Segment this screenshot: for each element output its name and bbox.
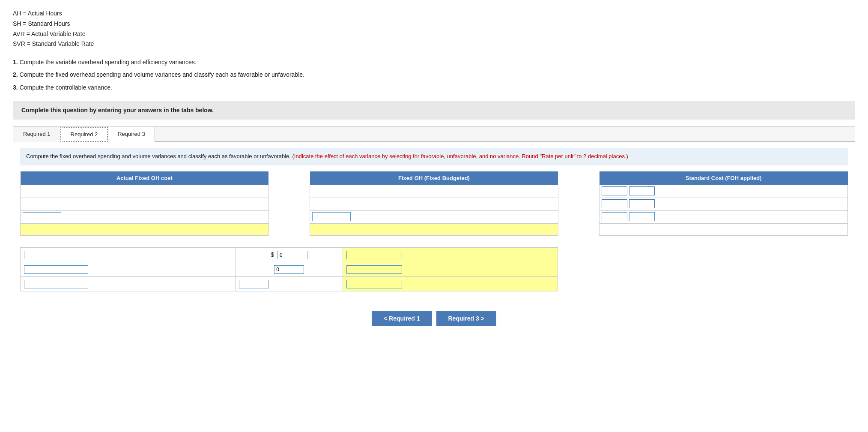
col3-row1 [600,185,848,198]
tab-required-3[interactable]: Required 3 [108,127,155,142]
col3-row3-input1[interactable] [602,212,627,221]
col1-row3-input[interactable] [23,212,61,221]
col3-row2-input2[interactable] [629,199,655,208]
legend-line-2: SH = Standard Hours [13,19,855,29]
spending-variance-select-cell [343,248,558,262]
instructions: 1. Compute the variable overhead spendin… [13,57,855,93]
volume-variance-select-cell [343,262,558,277]
tabs-container: Required 1 Required 2 Required 3 Compute… [13,126,855,302]
col1-row4-yellow [21,223,269,235]
next-button[interactable]: Required 3 > [436,311,496,326]
col3-row3 [600,210,848,223]
tab-required-2[interactable]: Required 2 [60,127,108,142]
spending-variance-dollar: $ [236,248,343,262]
col1-row2 [21,198,269,210]
tab-required-1[interactable]: Required 1 [13,127,60,142]
col2-row2 [310,198,558,210]
col3-row1-input2[interactable] [629,186,655,195]
col3-row1-input1[interactable] [602,186,627,195]
col2-row1 [310,185,558,198]
col3-row2-input1[interactable] [602,199,627,208]
volume-variance-name-input[interactable] [24,265,88,274]
prev-button[interactable]: < Required 1 [372,311,432,326]
spending-variance-label-cell [21,248,236,262]
row3-value-cell [236,277,343,291]
volume-variance-value[interactable] [274,265,304,274]
legend-line-4: SVR = Standard Variable Rate [13,39,855,49]
tab-content: Compute the fixed overhead spending and … [13,142,855,302]
legend-line-1: AH = Actual Hours [13,9,855,19]
col1-row1 [21,185,269,198]
row3-select-cell [343,277,558,291]
col3-row4 [600,223,848,235]
row3-name-input[interactable] [24,280,88,288]
col3-header: Standard Cost (FOH applied) [600,171,848,185]
instruction-1: 1. Compute the variable overhead spendin… [13,57,855,68]
volume-variance-label-cell [21,262,236,277]
bottom-nav: < Required 1 Required 3 > [13,311,855,326]
row3-type-input[interactable] [346,280,402,288]
col3-row3-input2[interactable] [629,212,655,221]
col1-header: Actual Fixed OH cost [21,171,269,185]
volume-variance-value-cell [236,262,343,277]
row3-value-input[interactable] [239,280,269,288]
spending-variance-type[interactable] [346,251,402,259]
info-banner: Compute the fixed overhead spending and … [20,148,848,165]
legend-line-3: AVR = Actual Variable Rate [13,29,855,39]
variance-table: $ [20,247,558,291]
overhead-table: Actual Fixed OH cost Fixed OH (Fixed Bud… [20,171,848,242]
col2-row4-yellow [310,223,558,235]
spending-variance-value[interactable] [277,251,307,259]
col2-row3 [310,210,558,223]
instruction-3: 3. Compute the controllable variance. [13,82,855,93]
row3-label-cell [21,277,236,291]
col2-row3-input[interactable] [312,212,351,221]
spending-variance-name-input[interactable] [24,251,88,259]
legend: AH = Actual Hours SH = Standard Hours AV… [13,9,855,49]
col2-header: Fixed OH (Fixed Budgeted) [310,171,558,185]
col3-row2 [600,198,848,210]
instruction-2: 2. Compute the fixed overhead spending a… [13,69,855,80]
complete-box: Complete this question by entering your … [13,101,855,120]
info-banner-suffix: (Indicate the effect of each variance by… [292,153,628,159]
col1-row3 [21,210,269,223]
tabs-header: Required 1 Required 2 Required 3 [13,127,855,142]
volume-variance-type[interactable] [346,265,402,274]
